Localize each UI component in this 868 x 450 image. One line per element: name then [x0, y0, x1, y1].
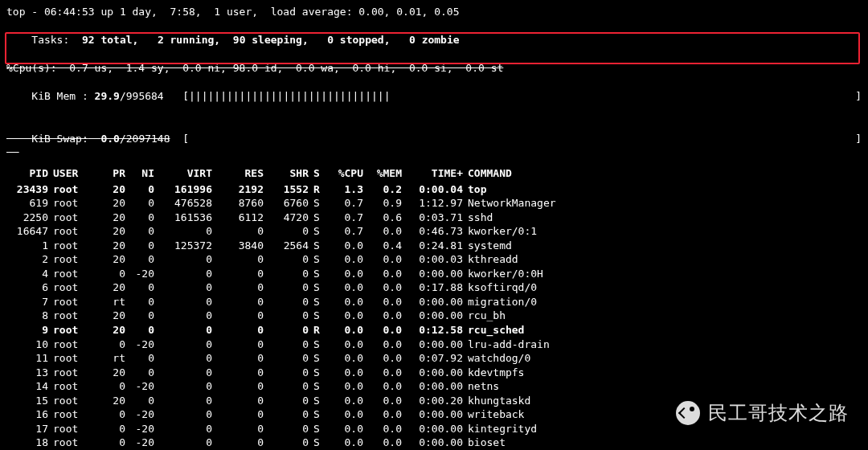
table-row[interactable]: 2root200000S0.00.00:00.03kthreadd [6, 252, 862, 267]
cell-pr: 20 [100, 252, 129, 267]
col-ni[interactable]: NI [129, 166, 158, 181]
cell-ni: 0 [129, 295, 158, 309]
cell-ni: 0 [129, 351, 158, 366]
cell-mem: 0.0 [366, 252, 405, 267]
swap-label: KiB Swap: [31, 133, 88, 145]
swap-bar: [ [170, 132, 189, 146]
cell-pid: 7 [6, 295, 51, 309]
cell-shr: 0 [267, 295, 312, 309]
cell-cmd: migration/0 [466, 295, 862, 309]
cell-pr: 0 [100, 422, 129, 436]
cell-res: 0 [215, 280, 267, 295]
cell-cpu: 0.0 [328, 267, 366, 281]
table-row[interactable]: 4root0-20000S0.00.00:00.00kworker/0:0H [6, 267, 862, 281]
cell-cpu: 0.7 [328, 196, 366, 211]
table-row[interactable]: 18root0-20000S0.00.00:00.00bioset [6, 436, 862, 450]
cell-ni: 0 [129, 196, 158, 211]
cell-pid: 14 [6, 379, 51, 394]
cell-cpu: 0.0 [328, 407, 366, 422]
col-res[interactable]: RES [215, 166, 267, 181]
col-cpu[interactable]: %CPU [328, 166, 366, 181]
table-row[interactable]: 23439root20016199621921552R1.30.20:00.04… [6, 182, 862, 197]
cell-time: 0:12.58 [405, 323, 466, 338]
col-s[interactable]: S [312, 166, 328, 181]
table-row[interactable]: 619root20047652887606760S0.70.91:12.97Ne… [6, 196, 862, 211]
col-virt[interactable]: VIRT [158, 166, 215, 181]
table-row[interactable]: 16647root200000S0.70.00:46.73kworker/0:1 [6, 224, 862, 239]
table-row[interactable]: 8root200000S0.00.00:00.00rcu_bh [6, 309, 862, 323]
cell-cmd: top [466, 182, 862, 197]
col-pr[interactable]: PR [100, 166, 129, 181]
cell-res: 0 [215, 309, 267, 323]
cell-user: root [51, 422, 100, 436]
cell-shr: 2564 [267, 239, 312, 253]
cell-ni: 0 [129, 323, 158, 338]
cell-user: root [51, 351, 100, 366]
table-row[interactable]: 13root200000S0.00.00:00.00kdevtmpfs [6, 366, 862, 380]
cell-pr: rt [100, 351, 129, 366]
col-mem[interactable]: %MEM [366, 166, 405, 181]
col-user[interactable]: USER [51, 166, 100, 181]
cell-cpu: 0.0 [328, 422, 366, 436]
cell-pr: 0 [100, 338, 129, 352]
cell-cpu: 0.0 [328, 252, 366, 267]
table-row[interactable]: 10root0-20000S0.00.00:00.00lru-add-drain [6, 338, 862, 352]
summary-line-mem: KiB Mem : 29.9/995684 [|||||||||||||||||… [6, 76, 862, 118]
table-row[interactable]: 11rootrt0000S0.00.00:07.92watchdog/0 [6, 351, 862, 366]
cell-res: 0 [215, 366, 267, 380]
col-pid[interactable]: PID [6, 166, 51, 181]
cell-cmd: NetworkManager [466, 196, 862, 211]
table-row[interactable]: 2250root20016153661124720S0.70.60:03.71s… [6, 211, 862, 225]
cell-virt: 0 [158, 436, 215, 450]
cell-mem: 0.0 [366, 338, 405, 352]
cell-shr: 0 [267, 394, 312, 408]
cell-pid: 6 [6, 280, 51, 295]
cell-res: 0 [215, 379, 267, 394]
cell-user: root [51, 196, 100, 211]
cell-s: S [312, 407, 328, 422]
table-row[interactable]: 1root20012537238402564S0.00.40:24.81syst… [6, 239, 862, 253]
cell-shr: 0 [267, 407, 312, 422]
table-row[interactable]: 7rootrt0000S0.00.00:00.00migration/0 [6, 295, 862, 309]
highlight-box-annotation [5, 32, 860, 64]
cell-cpu: 0.0 [328, 379, 366, 394]
cell-shr: 0 [267, 366, 312, 380]
cell-s: S [312, 379, 328, 394]
cell-cmd: bioset [466, 436, 862, 450]
cell-pid: 16647 [6, 224, 51, 239]
summary-line-uptime: top - 06:44:53 up 1 day, 7:58, 1 user, l… [6, 5, 862, 19]
table-row[interactable]: 6root200000S0.00.00:17.88ksoftirqd/0 [6, 280, 862, 295]
table-row[interactable]: 9root200000R0.00.00:12.58rcu_sched [6, 323, 862, 338]
cell-mem: 0.2 [366, 182, 405, 197]
cell-shr: 1552 [267, 182, 312, 197]
cell-mem: 0.6 [366, 211, 405, 225]
cell-pr: 20 [100, 182, 129, 197]
watermark: 民工哥技术之路 [676, 400, 849, 426]
process-table-header[interactable]: PID USER PR NI VIRT RES SHR S %CPU %MEM … [6, 166, 862, 181]
cell-time: 0:07.92 [405, 351, 466, 366]
cell-cpu: 0.0 [328, 280, 366, 295]
table-row[interactable]: 14root0-20000S0.00.00:00.00netns [6, 379, 862, 394]
terminal-screen[interactable]: top - 06:44:53 up 1 day, 7:58, 1 user, l… [0, 0, 868, 450]
col-shr[interactable]: SHR [267, 166, 312, 181]
col-time[interactable]: TIME+ [405, 166, 466, 181]
col-cmd[interactable]: COMMAND [466, 166, 862, 181]
cell-cmd: kthreadd [466, 252, 862, 267]
cell-time: 0:00.00 [405, 309, 466, 323]
cell-time: 0:00.00 [405, 295, 466, 309]
cell-user: root [51, 252, 100, 267]
cell-cpu: 0.0 [328, 323, 366, 338]
cell-s: S [312, 267, 328, 281]
cell-mem: 0.0 [366, 323, 405, 338]
swap-total: /2097148 [120, 133, 170, 145]
cell-res: 6112 [215, 211, 267, 225]
cell-pid: 4 [6, 267, 51, 281]
cell-pid: 10 [6, 338, 51, 352]
cell-res: 0 [215, 295, 267, 309]
cell-virt: 0 [158, 366, 215, 380]
cell-user: root [51, 379, 100, 394]
cell-user: root [51, 407, 100, 422]
mem-total: /995684 [120, 90, 164, 102]
cell-cmd: ksoftirqd/0 [466, 280, 862, 295]
cell-res: 0 [215, 422, 267, 436]
